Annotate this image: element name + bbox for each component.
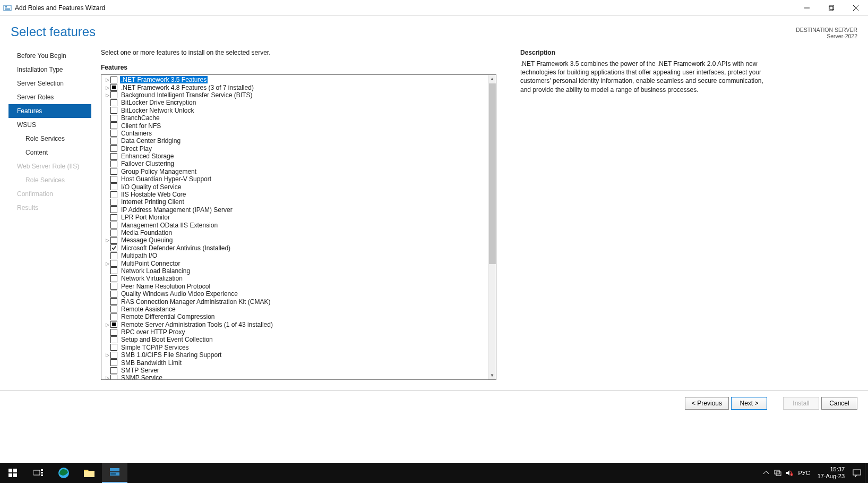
- wizard-step-server-roles[interactable]: Server Roles: [8, 90, 91, 104]
- feature-checkbox[interactable]: [110, 313, 117, 320]
- expander-icon[interactable]: ▷: [105, 261, 110, 266]
- feature-item[interactable]: Media Foundation: [102, 229, 495, 236]
- expander-icon[interactable]: ▷: [105, 85, 110, 90]
- feature-checkbox[interactable]: [110, 222, 117, 228]
- expander-icon[interactable]: ▷: [105, 375, 110, 380]
- feature-item[interactable]: BitLocker Network Unlock: [102, 107, 495, 114]
- wizard-step-role-services[interactable]: Role Services: [8, 132, 91, 146]
- feature-label[interactable]: Enhanced Storage: [120, 152, 175, 160]
- feature-checkbox[interactable]: [110, 375, 117, 380]
- feature-checkbox[interactable]: [110, 237, 117, 244]
- feature-label[interactable]: Remote Differential Compression: [120, 313, 216, 320]
- feature-item[interactable]: Direct Play: [102, 145, 495, 152]
- feature-label[interactable]: .NET Framework 3.5 Features: [120, 76, 208, 83]
- feature-label[interactable]: Setup and Boot Event Collection: [120, 336, 214, 343]
- taskbar[interactable]: x РУС 15:37 17-Aug-23: [0, 463, 868, 483]
- feature-label[interactable]: RAS Connection Manager Administration Ki…: [120, 298, 271, 306]
- wizard-step-features[interactable]: Features: [8, 104, 91, 118]
- feature-item[interactable]: Simple TCP/IP Services: [102, 344, 495, 351]
- feature-checkbox[interactable]: [110, 321, 117, 328]
- feature-label[interactable]: Host Guardian Hyper-V Support: [120, 175, 212, 183]
- expander-icon[interactable]: ▷: [105, 322, 110, 327]
- feature-label[interactable]: RPC over HTTP Proxy: [120, 328, 186, 336]
- feature-checkbox[interactable]: [110, 176, 117, 183]
- feature-checkbox[interactable]: [110, 291, 117, 298]
- feature-label[interactable]: Failover Clustering: [120, 160, 175, 167]
- feature-item[interactable]: ▷Background Intelligent Transfer Service…: [102, 91, 495, 99]
- feature-checkbox[interactable]: [110, 168, 117, 175]
- features-scrollbar[interactable]: ▲ ▼: [488, 75, 496, 379]
- feature-label[interactable]: Client for NFS: [120, 122, 162, 130]
- feature-checkbox[interactable]: [110, 252, 117, 259]
- wizard-step-wsus[interactable]: WSUS: [8, 118, 91, 132]
- feature-checkbox[interactable]: [110, 359, 117, 366]
- notifications-icon[interactable]: [849, 469, 865, 477]
- language-indicator[interactable]: РУС: [795, 470, 813, 476]
- wizard-step-before-you-begin[interactable]: Before You Begin: [8, 49, 91, 63]
- previous-button[interactable]: < Previous: [685, 397, 729, 410]
- feature-checkbox[interactable]: [110, 84, 117, 91]
- feature-checkbox[interactable]: [110, 283, 117, 290]
- feature-checkbox[interactable]: [110, 99, 117, 106]
- feature-item[interactable]: Peer Name Resolution Protocol: [102, 283, 495, 290]
- feature-item[interactable]: RPC over HTTP Proxy: [102, 328, 495, 336]
- feature-label[interactable]: I/O Quality of Service: [120, 183, 182, 191]
- feature-checkbox[interactable]: [110, 275, 117, 282]
- feature-checkbox[interactable]: [110, 306, 117, 312]
- scroll-down-icon[interactable]: ▼: [488, 371, 496, 379]
- feature-item[interactable]: Enhanced Storage: [102, 152, 495, 160]
- feature-item[interactable]: Host Guardian Hyper-V Support: [102, 175, 495, 183]
- feature-checkbox[interactable]: [110, 153, 117, 160]
- feature-item[interactable]: BitLocker Drive Encryption: [102, 99, 495, 106]
- feature-label[interactable]: LPR Port Monitor: [120, 214, 171, 221]
- feature-label[interactable]: IP Address Management (IPAM) Server: [120, 206, 234, 214]
- feature-checkbox[interactable]: [110, 77, 117, 83]
- feature-label[interactable]: Containers: [120, 130, 153, 137]
- feature-item[interactable]: Microsoft Defender Antivirus (Installed): [102, 244, 495, 252]
- scrollbar-thumb[interactable]: [489, 83, 496, 264]
- feature-checkbox[interactable]: [110, 214, 117, 221]
- edge-icon[interactable]: [51, 463, 76, 483]
- feature-label[interactable]: SMTP Server: [120, 367, 160, 374]
- close-button[interactable]: [844, 0, 868, 16]
- feature-item[interactable]: ▷MultiPoint Connector: [102, 259, 495, 267]
- feature-checkbox[interactable]: [110, 199, 117, 206]
- feature-item[interactable]: ▷SNMP Service: [102, 374, 495, 380]
- feature-label[interactable]: MultiPoint Connector: [120, 260, 181, 267]
- feature-checkbox[interactable]: [110, 336, 117, 343]
- feature-item[interactable]: SMTP Server: [102, 367, 495, 374]
- feature-item[interactable]: I/O Quality of Service: [102, 183, 495, 190]
- feature-label[interactable]: Message Queuing: [120, 236, 174, 244]
- feature-checkbox[interactable]: [110, 244, 117, 251]
- network-icon[interactable]: [772, 470, 784, 476]
- feature-label[interactable]: SNMP Service: [120, 374, 164, 380]
- feature-checkbox[interactable]: [110, 329, 117, 336]
- cancel-button[interactable]: Cancel: [821, 397, 857, 410]
- feature-checkbox[interactable]: [110, 107, 117, 114]
- feature-item[interactable]: Internet Printing Client: [102, 198, 495, 206]
- features-tree[interactable]: ▷.NET Framework 3.5 Features▷.NET Framew…: [101, 74, 496, 380]
- show-desktop-button[interactable]: [865, 463, 868, 483]
- taskview-button[interactable]: [25, 463, 51, 483]
- feature-checkbox[interactable]: [110, 206, 117, 213]
- maximize-button[interactable]: [819, 0, 844, 16]
- minimize-button[interactable]: [795, 0, 819, 16]
- feature-checkbox[interactable]: [110, 298, 117, 305]
- feature-item[interactable]: ▷Message Queuing: [102, 236, 495, 244]
- feature-item[interactable]: Containers: [102, 130, 495, 137]
- feature-label[interactable]: Remote Assistance: [120, 306, 177, 313]
- scroll-up-icon[interactable]: ▲: [488, 75, 496, 83]
- feature-item[interactable]: Network Virtualization: [102, 275, 495, 282]
- feature-label[interactable]: Network Virtualization: [120, 275, 184, 282]
- feature-checkbox[interactable]: [110, 115, 117, 122]
- feature-checkbox[interactable]: [110, 267, 117, 274]
- wizard-step-server-selection[interactable]: Server Selection: [8, 77, 91, 90]
- volume-icon[interactable]: x: [784, 470, 795, 476]
- tray-chevron-icon[interactable]: [760, 470, 772, 476]
- feature-label[interactable]: .NET Framework 4.8 Features (3 of 7 inst…: [120, 84, 255, 91]
- feature-checkbox[interactable]: [110, 230, 117, 236]
- feature-item[interactable]: Group Policy Management: [102, 168, 495, 175]
- feature-label[interactable]: SMB 1.0/CIFS File Sharing Support: [120, 351, 222, 359]
- next-button[interactable]: Next >: [731, 397, 767, 410]
- feature-item[interactable]: LPR Port Monitor: [102, 214, 495, 221]
